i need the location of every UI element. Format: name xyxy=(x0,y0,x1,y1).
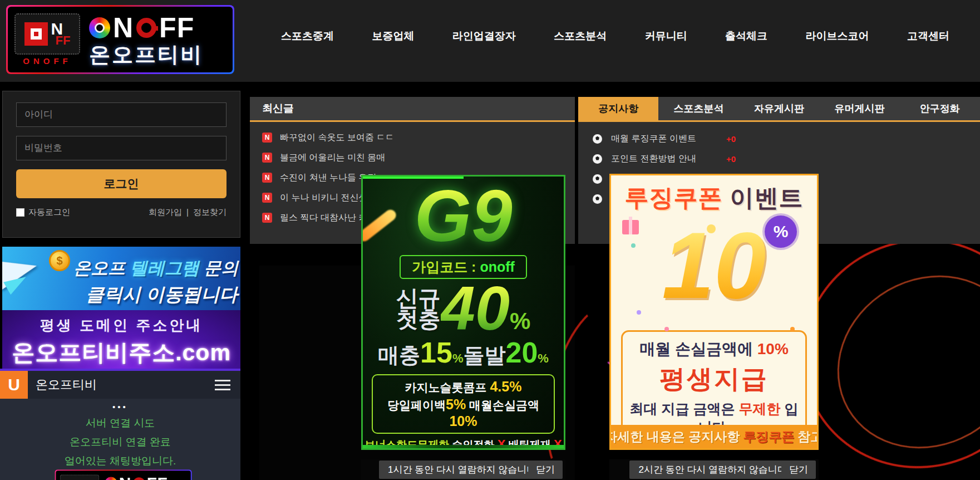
chat-site-logo: N FF ONOFF N FF 온오프티비 xyxy=(55,469,192,480)
login-password-input[interactable] xyxy=(16,136,226,160)
chat-title: 온오프티비 xyxy=(36,376,97,393)
site-logo[interactable]: N FF ONOFF N FF 온오프티비 xyxy=(6,5,234,74)
soccer-ball-icon xyxy=(593,174,602,184)
tg-line1-a: 온오프 xyxy=(73,258,125,278)
coupon-notice-a: 자세한 내용은 공지사항 xyxy=(609,428,740,445)
logo-device: N FF ONOFF xyxy=(14,13,80,66)
coupon-line3-b: 무제한 xyxy=(738,401,780,417)
main-nav: 스포츠중계 보증업체 라인업결장자 스포츠분석 커뮤니티 출석체크 라이브스코어… xyxy=(281,29,949,43)
soccer-ball-icon xyxy=(593,194,602,204)
login-links-divider: | xyxy=(186,207,189,218)
list-item[interactable]: 포인트 전환방법 안내 +0 xyxy=(578,149,980,169)
coupon-dismiss-button[interactable]: 2시간 동안 다시 열람하지 않습니다. xyxy=(629,461,798,479)
new-label-2: 첫충 xyxy=(396,308,441,330)
notice-title: 매월 루징쿠폰 이벤트 xyxy=(611,133,696,145)
post-title: 불금에 어울리는 미친 몸매 xyxy=(280,152,385,164)
coupon-line1-a: 매월 손실금액에 xyxy=(639,340,757,357)
nav-sports-broadcast[interactable]: 스포츠중계 xyxy=(281,29,334,43)
x-mark: X xyxy=(554,437,562,450)
losing-coupon-popup[interactable]: 루징쿠폰 이벤트 10 % 매월 손실금액에 10% 평생지급 최대 지급 금액… xyxy=(609,174,819,450)
notice-count: +0 xyxy=(726,134,736,144)
recharge-value: 15 xyxy=(420,336,452,369)
nav-guarantee[interactable]: 보증업체 xyxy=(372,29,414,43)
domain-banner[interactable]: 평생 도메인 주소안내 온오프티비주소.com xyxy=(2,310,240,369)
chat-status-line: 온오프티비 연결 완료 xyxy=(0,435,240,449)
new-badge: N xyxy=(262,173,272,183)
soccer-ball-icon xyxy=(593,154,602,164)
latest-posts-title: 최신글 xyxy=(250,97,575,122)
list-item[interactable]: 매월 루징쿠폰 이벤트 +0 xyxy=(578,129,980,149)
approval-label: 승인전화 xyxy=(449,439,498,450)
list-item[interactable]: N 빠꾸없이 속옷도 보여줌 ㄷㄷ xyxy=(250,128,575,148)
logo-device-screen: N FF xyxy=(14,13,80,55)
coupon-title-b: 이벤트 xyxy=(723,184,804,211)
new-badge: N xyxy=(262,133,272,143)
percent-sign: % xyxy=(452,351,464,366)
signup-link[interactable]: 회원가입 xyxy=(149,207,182,218)
nav-sports-analysis[interactable]: 스포츠분석 xyxy=(554,29,607,43)
payback-value: 5% xyxy=(446,396,466,412)
coupon-title-a: 루징쿠폰 xyxy=(625,184,723,211)
nav-community[interactable]: 커뮤니티 xyxy=(645,29,687,43)
new-bonus-value: 40 xyxy=(441,279,510,338)
auto-login[interactable]: 자동로그인 xyxy=(16,207,70,218)
tab-free-board[interactable]: 자유게시판 xyxy=(739,97,819,120)
new-label-1: 신규 xyxy=(396,287,441,308)
board-tabbar: 공지사항 스포츠분석 자유게시판 유머게시판 안구정화 xyxy=(578,97,980,122)
notice-title: 포인트 전환방법 안내 xyxy=(611,153,696,165)
comp-value: 4.5% xyxy=(490,379,521,394)
rainbow-ball-icon xyxy=(89,17,110,38)
g9-dismiss-button[interactable]: 1시간 동안 다시 열람하지 않습니다. xyxy=(379,461,548,479)
nav-livescore[interactable]: 라이브스코어 xyxy=(806,29,869,43)
chat-rainbow-ball-icon xyxy=(105,477,117,480)
g9-promo-popup[interactable]: G9 가입코드 : onoff 신규 첫충 40 % 매충 15 % 돌발 20… xyxy=(361,175,565,450)
login-button[interactable]: 로그인 xyxy=(16,169,226,198)
tg-line1-b: 텔레그램 xyxy=(130,258,199,278)
top-header: N FF ONOFF N FF 온오프티비 스포츠중계 보증업체 라인업결장자 … xyxy=(0,0,980,82)
logo-onoff-text: ONOFF xyxy=(23,56,72,66)
new-badge: N xyxy=(262,193,272,203)
brand-title: 온오프티비 xyxy=(89,44,203,65)
g9-close-button[interactable]: 닫기 xyxy=(528,461,563,479)
coupon-close-button[interactable]: 닫기 xyxy=(781,461,816,479)
domain-line2: 온오프티비주소.com xyxy=(2,337,240,368)
new-badge: N xyxy=(262,153,272,163)
coupon-notice-bar: 자세한 내용은 공지사항 루징쿠폰 참고 xyxy=(611,425,817,448)
find-info-link[interactable]: 정보찾기 xyxy=(193,207,226,218)
bonus-note: 보너스한도무제한 xyxy=(365,439,449,450)
logo-device-ff: FF xyxy=(51,36,71,46)
chat-widget: U 온오프티비 ••• 서버 연결 시도 온오프티비 연결 완료 얼어있는 채팅… xyxy=(0,369,240,480)
tab-sports-analysis[interactable]: 스포츠분석 xyxy=(658,97,738,120)
coupon-notice-c: 참고 xyxy=(797,428,819,445)
chat-brand-n: N xyxy=(119,475,131,480)
betting-label: 배팅제재 xyxy=(506,439,554,450)
login-panel: 로그인 자동로그인 회원가입 | 정보찾기 xyxy=(2,91,240,238)
code-value: onoff xyxy=(480,259,514,275)
tab-humor-board[interactable]: 유머게시판 xyxy=(819,97,899,120)
chat-status-line: 얼어있는 채팅방입니다. xyxy=(0,454,240,468)
telegram-banner[interactable]: $ 온오프 텔레그램 문의 클릭시 이동됩니다 xyxy=(2,247,240,310)
surprise-label: 돌발 xyxy=(464,341,506,370)
nav-attendance[interactable]: 출석체크 xyxy=(725,29,767,43)
new-badge: N xyxy=(262,213,272,223)
payback-label: 당일페이백 xyxy=(387,399,446,412)
tab-notice[interactable]: 공지사항 xyxy=(578,97,658,120)
coupon-line3-a: 최대 지급 금액은 xyxy=(630,401,739,417)
g9-popup-footer: 1시간 동안 다시 열람하지 않습니다. 닫기 xyxy=(361,459,565,480)
hamburger-menu-icon[interactable] xyxy=(215,377,230,393)
logo-frame: N FF ONOFF N FF 온오프티비 xyxy=(8,7,233,72)
nav-lineup[interactable]: 라인업결장자 xyxy=(452,29,516,43)
list-item[interactable]: N 불금에 어울리는 미친 몸매 xyxy=(250,148,575,168)
domain-line1: 평생 도메인 주소안내 xyxy=(2,316,240,335)
soccer-ball-icon xyxy=(593,134,602,144)
brand-ff: FF xyxy=(159,14,194,42)
auto-login-checkbox[interactable] xyxy=(16,208,24,217)
coupon-popup-footer: 2시간 동안 다시 열람하지 않습니다. 닫기 xyxy=(609,459,819,480)
percent-sign: % xyxy=(538,351,549,366)
comp-box: 카지노슬롯콤프 4.5% 당일페이백5% 매월손실금액10% xyxy=(372,374,555,434)
nav-customer-center[interactable]: 고객센터 xyxy=(907,29,949,43)
login-id-input[interactable] xyxy=(16,102,226,127)
chat-status-line: 서버 연결 시도 xyxy=(0,416,240,430)
chat-avatar: U xyxy=(0,371,28,399)
tab-eye-candy[interactable]: 안구정화 xyxy=(900,97,980,120)
